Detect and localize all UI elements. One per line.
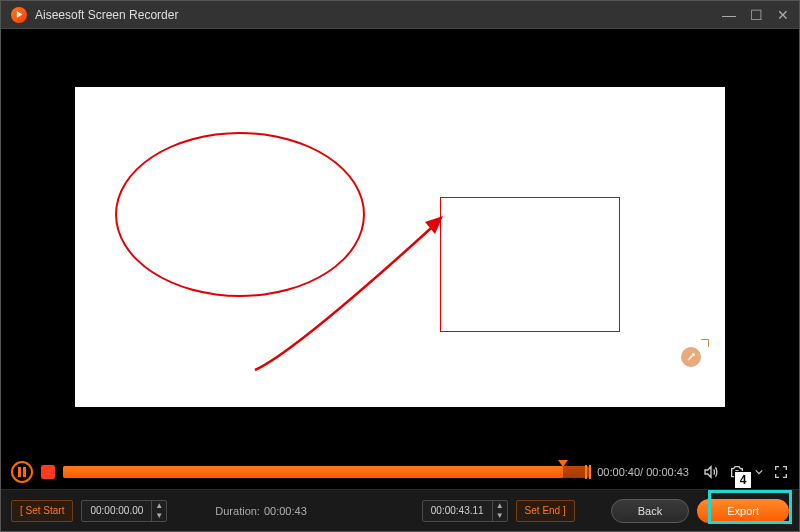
chevron-down-icon[interactable] <box>755 464 763 480</box>
start-time-field[interactable]: 00:00:00.00 ▲▼ <box>81 500 167 522</box>
progress-handle-icon[interactable] <box>558 460 568 467</box>
set-start-button[interactable]: [ Set Start <box>11 500 73 522</box>
app-title: Aiseesoft Screen Recorder <box>35 8 178 22</box>
stop-button[interactable] <box>41 465 55 479</box>
edit-handle-icon[interactable] <box>679 343 705 369</box>
progress-slider[interactable] <box>63 465 589 479</box>
set-end-button[interactable]: Set End ] <box>516 500 575 522</box>
time-display: 00:00:40/ 00:00:43 <box>597 466 689 478</box>
stepper-up-icon[interactable]: ▲ <box>152 501 166 511</box>
tutorial-step-badge: 4 <box>734 471 752 489</box>
duration-label: Duration: <box>215 505 260 517</box>
back-button[interactable]: Back <box>611 499 689 523</box>
playback-bar: 00:00:40/ 00:00:43 <box>1 455 799 489</box>
export-button[interactable]: Export <box>697 499 789 523</box>
video-preview-area <box>1 29 799 455</box>
close-button[interactable]: ✕ <box>777 7 789 23</box>
stepper-up-icon[interactable]: ▲ <box>493 501 507 511</box>
fullscreen-icon[interactable] <box>773 464 789 480</box>
duration-value: 00:00:43 <box>264 505 307 517</box>
volume-icon[interactable] <box>703 464 719 480</box>
minimize-button[interactable]: — <box>722 7 736 23</box>
app-logo-icon <box>11 7 27 23</box>
stepper-down-icon[interactable]: ▼ <box>152 511 166 521</box>
drawn-arrow <box>245 202 475 372</box>
maximize-button[interactable]: ☐ <box>750 7 763 23</box>
trim-bar: [ Set Start 00:00:00.00 ▲▼ Duration: 00:… <box>1 489 799 531</box>
window-titlebar: Aiseesoft Screen Recorder — ☐ ✕ <box>1 1 799 29</box>
preview-canvas[interactable] <box>75 87 725 407</box>
stepper-down-icon[interactable]: ▼ <box>493 511 507 521</box>
end-time-field[interactable]: 00:00:43.11 ▲▼ <box>422 500 508 522</box>
pause-button[interactable] <box>11 461 33 483</box>
